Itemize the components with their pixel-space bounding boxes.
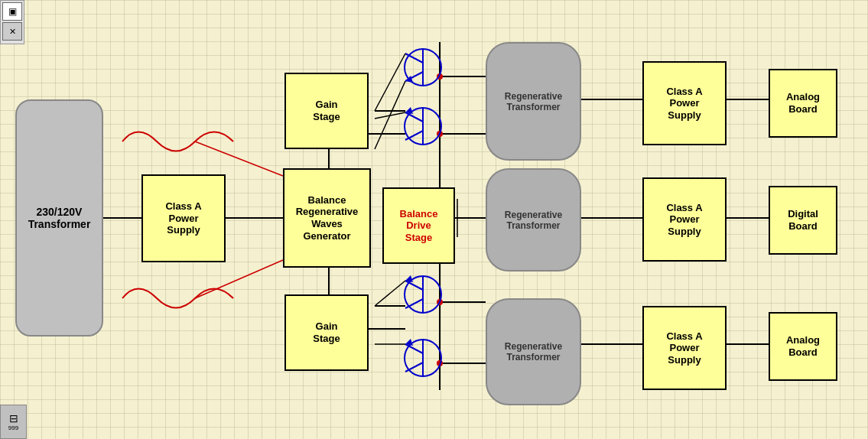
bal-regen-l2: Regenerative bbox=[296, 206, 359, 218]
gain-top-box: Gain Stage bbox=[284, 73, 369, 149]
svg-point-25 bbox=[437, 131, 443, 137]
balance-regen-box: Balance Regenerative Waves Generator bbox=[283, 168, 371, 268]
analog-board-bot-box: Analog Board bbox=[769, 312, 837, 381]
svg-line-39 bbox=[405, 112, 423, 122]
status-icon-1[interactable]: ⊟ bbox=[9, 412, 18, 424]
analog-top-l2: Board bbox=[786, 103, 820, 115]
svg-marker-46 bbox=[405, 275, 413, 282]
svg-line-40 bbox=[405, 131, 423, 140]
status-text: 999 bbox=[8, 424, 18, 431]
diagram-container: ▣ ✕ 230/120V Transformer Class A Power S… bbox=[0, 0, 868, 439]
class-a-top-l3: Supply bbox=[666, 109, 702, 122]
class-a-mid-l1: Class A bbox=[666, 202, 702, 214]
svg-marker-36 bbox=[405, 76, 413, 83]
main-transformer-label2: Transformer bbox=[28, 218, 91, 230]
class-a-left-l3: Supply bbox=[165, 224, 201, 236]
bal-drive-l3: Stage bbox=[400, 232, 438, 244]
toolbar-btn-1[interactable]: ▣ bbox=[2, 2, 22, 21]
svg-point-28 bbox=[437, 360, 443, 366]
svg-line-55 bbox=[375, 281, 405, 306]
svg-point-37 bbox=[405, 108, 441, 145]
bal-drive-l1: Balance bbox=[400, 208, 438, 220]
svg-line-53 bbox=[375, 81, 405, 149]
main-transformer-label1: 230/120V bbox=[28, 206, 91, 218]
regen-top-l1: Regenerative bbox=[505, 91, 562, 102]
analog-top-l1: Analog bbox=[786, 91, 820, 103]
digital-l2: Board bbox=[788, 220, 818, 233]
analog-board-top-box: Analog Board bbox=[769, 69, 837, 138]
class-a-bot-l1: Class A bbox=[666, 330, 702, 343]
svg-marker-41 bbox=[405, 107, 413, 114]
regen-bot-l1: Regenerative bbox=[505, 341, 562, 352]
bal-regen-l4: Generator bbox=[296, 230, 359, 242]
class-a-mid-l3: Supply bbox=[666, 226, 702, 238]
bal-regen-l1: Balance bbox=[296, 194, 359, 206]
svg-point-47 bbox=[405, 340, 441, 376]
balance-drive-box: Balance Drive Stage bbox=[382, 187, 455, 264]
toolbar: ▣ ✕ bbox=[0, 0, 24, 44]
class-a-left-l2: Power bbox=[165, 213, 201, 225]
class-a-top-box: Class A Power Supply bbox=[642, 61, 727, 145]
main-transformer-shape: 230/120V Transformer bbox=[15, 99, 103, 337]
svg-point-27 bbox=[437, 299, 443, 305]
analog-bot-l2: Board bbox=[786, 346, 820, 359]
svg-line-50 bbox=[405, 363, 423, 372]
gain-bottom-box: Gain Stage bbox=[284, 294, 369, 371]
svg-line-49 bbox=[405, 344, 423, 353]
regen-transformer-bot: Regenerative Transformer bbox=[486, 298, 581, 405]
bal-drive-l2: Drive bbox=[400, 220, 438, 232]
class-a-bot-box: Class A Power Supply bbox=[642, 306, 727, 390]
svg-marker-51 bbox=[405, 339, 413, 346]
class-a-mid-l2: Power bbox=[666, 213, 702, 226]
svg-line-1 bbox=[195, 260, 283, 298]
svg-point-42 bbox=[405, 276, 441, 313]
class-a-top-l1: Class A bbox=[666, 86, 702, 98]
svg-line-0 bbox=[195, 141, 283, 176]
regen-mid-l2: Transformer bbox=[505, 220, 562, 231]
gain-bot-l1: Gain bbox=[313, 320, 340, 333]
toolbar-btn-2[interactable]: ✕ bbox=[2, 22, 22, 41]
gain-top-l1: Gain bbox=[313, 99, 340, 111]
svg-line-44 bbox=[405, 281, 423, 290]
analog-bot-l1: Analog bbox=[786, 334, 820, 346]
regen-transformer-top: Regenerative Transformer bbox=[486, 42, 581, 161]
class-a-mid-box: Class A Power Supply bbox=[642, 177, 727, 262]
class-a-left-box: Class A Power Supply bbox=[141, 174, 226, 262]
svg-line-54 bbox=[375, 112, 405, 119]
class-a-bot-l3: Supply bbox=[666, 354, 702, 366]
regen-mid-l1: Regenerative bbox=[505, 210, 562, 220]
gain-top-l2: Stage bbox=[313, 111, 340, 123]
digital-board-box: Digital Board bbox=[769, 186, 837, 255]
svg-point-24 bbox=[437, 73, 443, 80]
bal-regen-l3: Waves bbox=[296, 218, 359, 230]
regen-transformer-mid: Regenerative Transformer bbox=[486, 168, 581, 272]
class-a-bot-l2: Power bbox=[666, 342, 702, 354]
gain-bot-l2: Stage bbox=[313, 333, 340, 345]
svg-line-52 bbox=[375, 54, 405, 111]
digital-l1: Digital bbox=[788, 208, 818, 220]
status-bar: ⊟ 999 bbox=[0, 405, 27, 439]
regen-bot-l2: Transformer bbox=[505, 352, 562, 363]
svg-line-34 bbox=[405, 54, 423, 63]
regen-top-l2: Transformer bbox=[505, 102, 562, 112]
class-a-left-l1: Class A bbox=[165, 200, 201, 213]
svg-line-45 bbox=[405, 299, 423, 308]
svg-point-32 bbox=[405, 49, 441, 86]
class-a-top-l2: Power bbox=[666, 97, 702, 109]
svg-line-35 bbox=[405, 72, 423, 81]
